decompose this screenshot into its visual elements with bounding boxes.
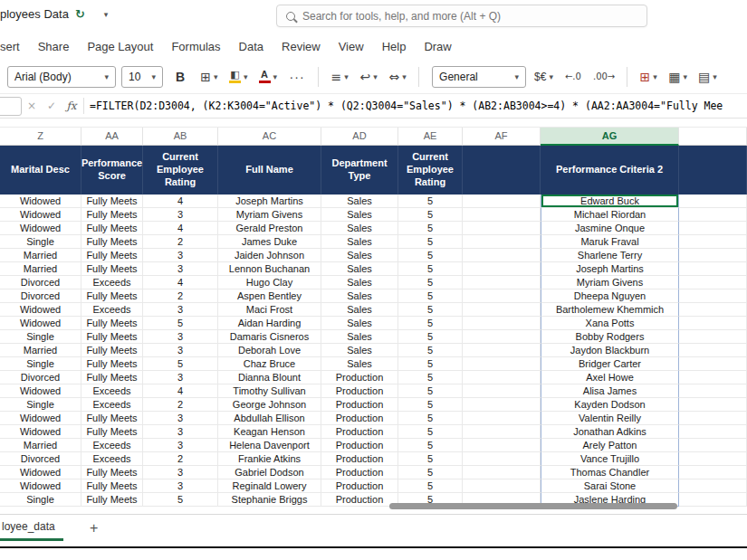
- cell[interactable]: Fully Meets: [81, 235, 143, 249]
- number-format-select[interactable]: General ▾: [432, 66, 526, 88]
- cell[interactable]: Sales: [321, 262, 398, 276]
- cell[interactable]: Widowed: [0, 303, 81, 317]
- cell[interactable]: [463, 317, 541, 330]
- borders-button[interactable]: ⊞ ▾: [197, 66, 221, 88]
- formula-input[interactable]: =FILTER(D2:D3004, (K2:K3004="Active") * …: [90, 100, 747, 112]
- menu-tab-data[interactable]: Data: [230, 40, 273, 53]
- cell[interactable]: [679, 222, 747, 235]
- cell[interactable]: Exceeds: [81, 439, 143, 452]
- cell[interactable]: Divorced: [0, 289, 81, 303]
- merge-cells-button[interactable]: ⇔ ▾: [386, 66, 409, 88]
- cell[interactable]: [679, 466, 747, 479]
- cell[interactable]: [463, 398, 541, 412]
- cell[interactable]: Married: [0, 262, 81, 276]
- cell[interactable]: Myriam Givens: [541, 276, 679, 289]
- cell[interactable]: Married: [0, 249, 81, 262]
- cell[interactable]: Dheepa Nguyen: [541, 289, 679, 303]
- cell[interactable]: Production: [321, 452, 398, 466]
- cell[interactable]: 3: [143, 439, 218, 452]
- cell[interactable]: Fully Meets: [81, 208, 143, 222]
- cell[interactable]: Bridger Carter: [541, 357, 679, 371]
- cell[interactable]: Fully Meets: [81, 412, 143, 425]
- cell[interactable]: Sharlene Terry: [541, 249, 679, 262]
- cell[interactable]: [679, 208, 747, 222]
- cell[interactable]: [463, 344, 541, 357]
- cell[interactable]: Damaris Cisneros: [218, 330, 321, 344]
- cell[interactable]: [463, 262, 541, 276]
- cell[interactable]: [463, 208, 541, 222]
- cell[interactable]: Widowed: [0, 195, 81, 208]
- cell[interactable]: Exceeds: [81, 303, 143, 317]
- cell[interactable]: Sales: [321, 344, 398, 357]
- cell[interactable]: Keagan Henson: [218, 425, 321, 439]
- cell[interactable]: Sales: [321, 276, 398, 289]
- cell[interactable]: Fully Meets: [81, 371, 143, 384]
- increase-decimal-button[interactable]: .00→: [590, 66, 618, 88]
- cell[interactable]: Widowed: [0, 425, 81, 439]
- cell[interactable]: James Duke: [218, 235, 321, 249]
- cell[interactable]: Single: [0, 330, 81, 344]
- cell[interactable]: [463, 330, 541, 344]
- cell[interactable]: Jaydon Blackburn: [541, 344, 679, 357]
- cell[interactable]: Married: [0, 439, 81, 452]
- cell[interactable]: Joseph Martins: [541, 262, 679, 276]
- cell[interactable]: Jaiden Johnson: [218, 249, 321, 262]
- cell[interactable]: Single: [0, 357, 81, 371]
- cell[interactable]: Sales: [321, 330, 398, 344]
- cell[interactable]: 5: [398, 195, 463, 208]
- cell[interactable]: [463, 235, 541, 249]
- cell[interactable]: [463, 222, 541, 235]
- cell[interactable]: [679, 479, 747, 493]
- menu-tab-draw[interactable]: Draw: [415, 40, 460, 53]
- column-header-AA[interactable]: AA: [81, 128, 143, 146]
- cell[interactable]: 3: [143, 479, 218, 493]
- column-header-Z[interactable]: Z: [0, 128, 81, 146]
- cell[interactable]: 5: [398, 249, 463, 262]
- column-header-AE[interactable]: AE: [398, 128, 463, 146]
- cell[interactable]: [463, 439, 541, 452]
- cell[interactable]: 5: [143, 317, 218, 330]
- cell[interactable]: 5: [398, 357, 463, 371]
- cell[interactable]: Production: [321, 398, 398, 412]
- cell[interactable]: Single: [0, 398, 81, 412]
- bold-button[interactable]: B: [168, 66, 192, 88]
- cell[interactable]: Bartholemew Khemmich: [541, 303, 679, 317]
- search-box[interactable]: Search for tools, help, and more (Alt + …: [276, 5, 647, 27]
- cell[interactable]: Sales: [321, 235, 398, 249]
- align-button[interactable]: ≡ ▾: [328, 66, 351, 88]
- cell[interactable]: 5: [398, 425, 463, 439]
- cell[interactable]: Production: [321, 412, 398, 425]
- cell[interactable]: 5: [398, 317, 463, 330]
- cell[interactable]: Widowed: [0, 412, 81, 425]
- cell[interactable]: [679, 303, 747, 317]
- cell[interactable]: [679, 289, 747, 303]
- cell[interactable]: 5: [398, 439, 463, 452]
- cell[interactable]: Gerald Preston: [218, 222, 321, 235]
- cell[interactable]: Married: [0, 344, 81, 357]
- cell[interactable]: [679, 452, 747, 466]
- cell[interactable]: Sarai Stone: [541, 479, 679, 493]
- more-options-button[interactable]: ···: [285, 66, 309, 88]
- cell[interactable]: 5: [398, 235, 463, 249]
- cell[interactable]: [463, 249, 541, 262]
- cell[interactable]: 4: [143, 222, 218, 235]
- enter-button[interactable]: ✓: [42, 100, 62, 112]
- cell[interactable]: Production: [321, 371, 398, 384]
- cell[interactable]: [679, 357, 747, 371]
- cell[interactable]: 5: [398, 398, 463, 412]
- cell[interactable]: Kayden Dodson: [541, 398, 679, 412]
- cell[interactable]: Bobby Rodgers: [541, 330, 679, 344]
- column-header-AC[interactable]: AC: [218, 128, 321, 146]
- cell[interactable]: Aidan Harding: [218, 317, 321, 330]
- cell[interactable]: Fully Meets: [81, 222, 143, 235]
- cell[interactable]: 4: [143, 276, 218, 289]
- header-cell-marital-desc[interactable]: Marital Desc: [0, 146, 81, 195]
- cell[interactable]: [463, 276, 541, 289]
- cell[interactable]: Abdullah Ellison: [218, 412, 321, 425]
- currency-format-button[interactable]: $€ ▾: [532, 66, 556, 88]
- cell[interactable]: Exceeds: [81, 276, 143, 289]
- menu-tab-review[interactable]: Review: [273, 40, 330, 53]
- cell[interactable]: Dianna Blount: [218, 371, 321, 384]
- cell[interactable]: 3: [143, 330, 218, 344]
- chevron-down-icon[interactable]: ▾: [104, 10, 109, 19]
